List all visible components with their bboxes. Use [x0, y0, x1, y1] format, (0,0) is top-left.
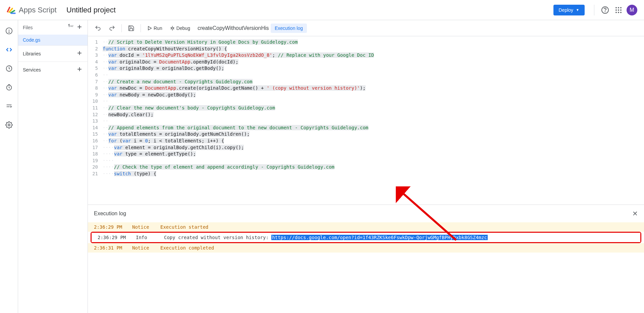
code-line: 3··var docId = '1lYuMS2qPuPTLSqNoEkWf_L3… — [88, 52, 644, 59]
sort-icon[interactable]: AZ — [67, 24, 73, 31]
code-line: 17····var element = originalBody.getChil… — [88, 144, 644, 151]
code-line: 11··// Clear the new document's body - C… — [88, 105, 644, 111]
deploy-button[interactable]: Deploy ▼ — [553, 5, 585, 15]
save-button[interactable] — [125, 23, 137, 34]
overview-icon[interactable] — [2, 24, 16, 38]
triggers-icon[interactable] — [2, 62, 16, 75]
libraries-section: Libraries — [18, 45, 88, 61]
apps-grid-icon[interactable] — [612, 3, 625, 17]
editor-toolbar: Run Debug createCopyWithoutVersionHist..… — [88, 20, 644, 36]
sidebar-rail — [0, 20, 18, 313]
code-line: 8··var newDoc = DocumentApp.create(origi… — [88, 85, 644, 92]
log-row: 2:36:29 PMInfoCopy created without versi… — [92, 233, 640, 242]
files-label: Files — [23, 25, 33, 30]
editor-icon[interactable] — [2, 43, 16, 56]
code-line: 12··newBody.clear(); — [88, 111, 644, 118]
debug-label: Debug — [176, 26, 190, 31]
main-area: Files AZ Code.gs Libraries Services Run … — [0, 20, 644, 313]
run-button[interactable]: Run — [144, 24, 165, 33]
code-editor[interactable]: 1··// Script to Delete Version History i… — [88, 36, 644, 205]
files-panel: Files AZ Code.gs Libraries Services — [18, 20, 88, 313]
account-avatar[interactable]: M — [625, 3, 639, 17]
debug-button[interactable]: Debug — [167, 24, 193, 33]
log-row: 2:36:29 PMNoticeExecution started — [88, 222, 644, 232]
app-name: Apps Script — [19, 6, 57, 14]
svg-point-27 — [171, 27, 173, 29]
logo-area: Apps Script — [5, 5, 62, 15]
code-line: 5··var originalBody = originalDoc.getBod… — [88, 65, 644, 72]
code-line: 7··// Create a new document - Copyrights… — [88, 79, 644, 85]
svg-point-18 — [8, 124, 10, 126]
svg-line-31 — [170, 29, 171, 29]
code-line: 6·· — [88, 72, 644, 79]
add-library-icon[interactable] — [76, 50, 83, 57]
code-line: 14··// Append elements from the original… — [88, 125, 644, 131]
close-icon[interactable]: ✕ — [632, 210, 638, 218]
editor-area: Run Debug createCopyWithoutVersionHist..… — [88, 20, 644, 313]
svg-line-32 — [173, 29, 174, 29]
libraries-label: Libraries — [23, 51, 41, 56]
code-line: 20····// Check the type of element and a… — [88, 164, 644, 171]
project-settings-icon[interactable] — [2, 118, 16, 132]
services-section: Services — [18, 61, 88, 78]
code-line: 9··var newBody = newDoc.getBody(); — [88, 92, 644, 98]
svg-point-5 — [615, 9, 617, 11]
redo-button[interactable] — [106, 23, 118, 34]
files-header: Files AZ — [18, 20, 88, 35]
undo-button[interactable] — [92, 23, 104, 34]
execution-log-button[interactable]: Execution log — [271, 24, 307, 33]
log-row: 2:36:31 PMNoticeExecution completed — [88, 243, 644, 253]
code-line: 15··var totalElements = originalBody.get… — [88, 131, 644, 138]
chevron-down-icon: ▼ — [576, 8, 579, 12]
svg-point-7 — [620, 9, 622, 11]
code-line: 2function createCopyWithoutVersionHistor… — [88, 46, 644, 52]
code-line: 21····switch (type) { — [88, 171, 644, 177]
project-title[interactable]: Untitled project — [66, 6, 116, 14]
function-selector[interactable]: createCopyWithoutVersionHist... — [195, 23, 269, 33]
svg-point-2 — [615, 7, 617, 8]
help-icon[interactable] — [598, 3, 612, 17]
run-label: Run — [154, 26, 162, 31]
code-line: 13·· — [88, 118, 644, 125]
svg-line-30 — [173, 27, 174, 28]
svg-point-8 — [615, 12, 617, 13]
add-service-icon[interactable] — [76, 66, 83, 74]
svg-marker-26 — [148, 26, 151, 30]
code-line: 4··var originalDoc = DocumentApp.openByI… — [88, 59, 644, 65]
svg-point-10 — [620, 12, 622, 13]
exec-log-header: Execution log ✕ — [88, 205, 644, 222]
code-line: 10·· — [88, 98, 644, 105]
svg-text:AZ: AZ — [70, 25, 73, 28]
code-line: 18····var type = element.getType(); — [88, 151, 644, 158]
svg-line-29 — [170, 27, 171, 28]
svg-point-13 — [9, 32, 9, 33]
function-name: createCopyWithoutVersionHist... — [198, 25, 269, 31]
svg-point-3 — [618, 7, 619, 8]
add-file-icon[interactable] — [76, 24, 83, 31]
app-header: Apps Script Untitled project Deploy ▼ M — [0, 0, 644, 20]
code-line: 16··for (var i = 0; i < totalElements; i… — [88, 138, 644, 144]
divider — [594, 5, 594, 15]
log-rows: 2:36:29 PMNoticeExecution started2:36:29… — [88, 222, 644, 253]
execution-log-panel: Execution log ✕ 2:36:29 PMNoticeExecutio… — [88, 205, 644, 313]
executions-icon[interactable] — [2, 81, 16, 94]
deploy-label: Deploy — [559, 7, 574, 13]
file-item-code-gs[interactable]: Code.gs — [18, 35, 88, 45]
code-line: 1··// Script to Delete Version History i… — [88, 39, 644, 46]
settings-rail-icon[interactable] — [2, 99, 16, 113]
svg-point-9 — [618, 12, 619, 13]
avatar-letter: M — [627, 5, 637, 15]
svg-point-4 — [620, 7, 622, 8]
services-label: Services — [23, 67, 41, 73]
exec-log-title: Execution log — [94, 211, 126, 217]
svg-point-1 — [605, 11, 605, 12]
code-line: 19···· — [88, 158, 644, 164]
apps-script-logo-icon — [5, 5, 16, 15]
svg-point-6 — [618, 9, 619, 11]
